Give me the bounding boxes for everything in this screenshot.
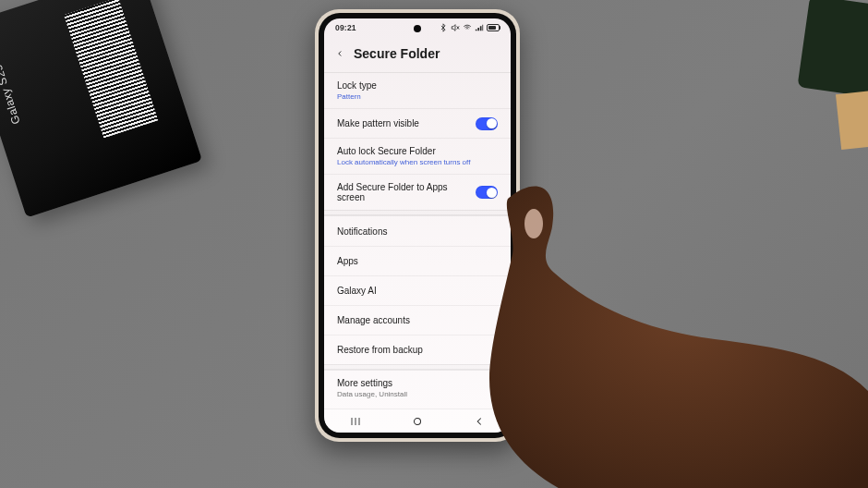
notifications-label: Notifications xyxy=(337,226,387,237)
apps-label: Apps xyxy=(337,256,358,266)
manage-accounts-label: Manage accounts xyxy=(337,315,410,325)
row-more-settings[interactable]: More settings Data usage, Uninstall xyxy=(324,371,511,406)
phone-frame: 09:21 Secure Folder xyxy=(315,9,520,442)
toggle-make-pattern-visible[interactable] xyxy=(476,117,498,130)
nav-back[interactable] xyxy=(471,415,488,428)
row-notifications[interactable]: Notifications xyxy=(324,216,511,246)
wifi-icon xyxy=(463,23,472,32)
recents-icon xyxy=(348,416,363,427)
row-apps[interactable]: Apps xyxy=(324,246,511,275)
edge-panel-indicator[interactable] xyxy=(507,386,511,396)
product-box-barcode xyxy=(64,0,158,139)
lock-type-label: Lock type xyxy=(337,80,377,91)
home-circle-icon xyxy=(411,415,424,428)
product-box-label: Galaxy S25 Ultra xyxy=(0,35,23,126)
status-time: 09:21 xyxy=(335,23,356,32)
back-button[interactable] xyxy=(335,46,344,61)
signal-icon xyxy=(475,23,484,32)
row-restore-backup[interactable]: Restore from backup xyxy=(324,335,511,364)
more-settings-label: More settings xyxy=(337,378,407,388)
svg-point-3 xyxy=(414,418,420,424)
section-general: Notifications Apps Galaxy AI Manage acco… xyxy=(324,215,511,364)
make-pattern-visible-label: Make pattern visible xyxy=(337,118,419,128)
status-icons xyxy=(439,23,500,32)
restore-backup-label: Restore from backup xyxy=(337,345,423,355)
battery-icon xyxy=(487,24,500,31)
phone-screen: 09:21 Secure Folder xyxy=(324,18,511,433)
row-lock-type[interactable]: Lock type Pattern xyxy=(324,73,511,108)
bluetooth-icon xyxy=(439,23,448,32)
phone-bezel: 09:21 Secure Folder xyxy=(319,13,516,438)
section-more: More settings Data usage, Uninstall xyxy=(324,370,511,406)
section-lock: Lock type Pattern Make pattern visible A… xyxy=(324,72,511,210)
navigation-bar xyxy=(324,409,511,433)
decor-top-right xyxy=(797,0,868,97)
toggle-add-to-apps[interactable] xyxy=(476,186,498,199)
volume-mute-icon xyxy=(451,23,460,32)
decor-red-chip xyxy=(850,466,868,488)
page-title: Secure Folder xyxy=(354,46,440,61)
auto-lock-label: Auto lock Secure Folder xyxy=(337,146,470,156)
chevron-left-icon xyxy=(473,415,486,428)
row-manage-accounts[interactable]: Manage accounts xyxy=(324,305,511,335)
chevron-left-icon xyxy=(335,46,344,61)
row-galaxy-ai[interactable]: Galaxy AI xyxy=(324,275,511,305)
more-settings-sub: Data usage, Uninstall xyxy=(337,390,407,398)
lock-type-sub: Pattern xyxy=(337,92,377,101)
add-to-apps-label: Add Secure Folder to Apps screen xyxy=(337,182,457,202)
camera-hole xyxy=(414,25,421,32)
row-add-to-apps[interactable]: Add Secure Folder to Apps screen xyxy=(324,174,511,210)
nav-recents[interactable] xyxy=(347,415,364,428)
galaxy-ai-label: Galaxy AI xyxy=(337,286,377,296)
row-auto-lock[interactable]: Auto lock Secure Folder Lock automatical… xyxy=(324,138,511,174)
row-make-pattern-visible[interactable]: Make pattern visible xyxy=(324,108,511,138)
nav-home[interactable] xyxy=(409,415,426,428)
decor-wood xyxy=(836,91,868,150)
auto-lock-sub: Lock automatically when screen turns off xyxy=(337,158,470,166)
appbar: Secure Folder xyxy=(324,37,511,72)
